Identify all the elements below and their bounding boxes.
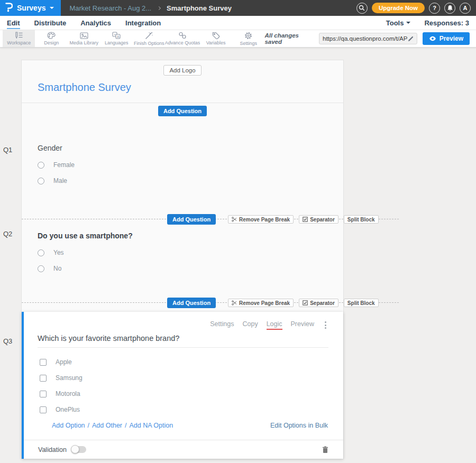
section-tabs: Edit Distribute Analytics Integration — [7, 16, 161, 30]
toolbar-item-media-library[interactable]: Media Library — [68, 30, 100, 47]
delete-question-button[interactable] — [322, 446, 328, 453]
question-tab-settings[interactable]: Settings — [210, 320, 234, 330]
survey-url-input[interactable] — [323, 35, 408, 42]
page-break-row: Add Question Remove Page Break Separator… — [22, 214, 399, 225]
tools-menu[interactable]: Tools — [386, 19, 411, 27]
upgrade-now-button[interactable]: Upgrade Now — [372, 3, 425, 13]
option-row[interactable]: No — [38, 261, 343, 276]
checkbox-icon[interactable] — [40, 391, 47, 397]
question-footer: Validation — [24, 440, 343, 459]
chain-links-icon — [178, 32, 187, 39]
avatar[interactable]: A — [460, 3, 471, 14]
question-block-q2[interactable]: Do you use a smartphone? Yes No — [22, 225, 343, 298]
questionpro-logo-icon — [5, 2, 13, 14]
question-block-q1[interactable]: Gender Female Male — [22, 118, 343, 214]
toolbar-item-finish-options[interactable]: Finish Options — [133, 30, 165, 47]
question-text-q1[interactable]: Gender — [38, 118, 343, 152]
gear-icon — [244, 32, 252, 40]
scissors-icon — [232, 300, 237, 305]
separator-button[interactable]: Separator — [299, 299, 338, 307]
toolbar-item-workspace[interactable]: Workspace — [3, 30, 35, 47]
translate-icon: xA — [112, 32, 121, 39]
tab-edit[interactable]: Edit — [7, 16, 20, 29]
add-question-button[interactable]: Add Question — [167, 298, 216, 308]
add-option-link[interactable]: Add Option — [52, 422, 85, 429]
search-button[interactable] — [356, 3, 368, 14]
toolbar-item-advance-quotas[interactable]: Advance Quotas — [165, 30, 199, 47]
breadcrumb-current: Smartphone Survey — [167, 4, 232, 12]
add-logo-button[interactable]: Add Logo — [163, 65, 201, 76]
question-tab-copy[interactable]: Copy — [242, 320, 258, 330]
page-break-row: Add Question Remove Page Break Separator… — [22, 298, 399, 308]
notifications-button[interactable] — [444, 3, 455, 14]
radio-icon[interactable] — [38, 162, 44, 169]
toolbar-item-settings[interactable]: Settings — [232, 30, 264, 47]
checkbox-icon[interactable] — [40, 406, 47, 413]
option-label: Male — [53, 177, 67, 184]
question-action-tabs: Settings Copy Logic Preview — [24, 312, 343, 330]
question-text-q3[interactable]: Which is your favorite smartphone brand? — [38, 334, 328, 348]
radio-icon[interactable] — [38, 249, 44, 256]
option-label[interactable]: Motorola — [56, 390, 80, 397]
question-tab-preview[interactable]: Preview — [291, 320, 314, 330]
kebab-menu-icon[interactable] — [323, 320, 328, 330]
question-block-q3-selected[interactable]: Settings Copy Logic Preview Which is you… — [22, 312, 343, 459]
question-code-q2: Q2 — [3, 230, 12, 238]
separator-button[interactable]: Separator — [299, 215, 338, 224]
option-row[interactable]: Yes — [38, 245, 343, 261]
question-text-q2[interactable]: Do you use a smartphone? — [38, 225, 343, 240]
help-button[interactable]: ? — [429, 3, 440, 14]
eye-icon — [429, 36, 436, 41]
tab-integration[interactable]: Integration — [125, 16, 161, 29]
question-tab-logic[interactable]: Logic — [267, 320, 282, 330]
tools-menu-label: Tools — [386, 19, 404, 27]
option-row[interactable]: Samsung — [40, 370, 343, 386]
link-separator: / — [88, 422, 89, 429]
add-na-option-link[interactable]: Add NA Option — [130, 422, 173, 429]
toolbar-item-variables[interactable]: Variables — [199, 30, 232, 47]
remove-page-break-button[interactable]: Remove Page Break — [228, 215, 294, 224]
image-icon — [80, 32, 88, 39]
scissors-icon — [232, 217, 237, 222]
surveys-menu-label: Surveys — [17, 4, 45, 12]
toolbar-item-design[interactable]: Design — [35, 30, 67, 47]
survey-title[interactable]: Smartphone Survey — [38, 81, 343, 94]
validation-label: Validation — [38, 446, 67, 453]
surveys-menu[interactable]: Surveys — [0, 0, 61, 16]
remove-page-break-button[interactable]: Remove Page Break — [228, 299, 294, 307]
split-block-button[interactable]: Split Block — [344, 299, 379, 307]
option-label: Female — [53, 161, 75, 169]
survey-card: Add Logo Smartphone Survey Add Question … — [21, 60, 344, 459]
tab-distribute[interactable]: Distribute — [34, 16, 67, 29]
edit-url-pencil-icon[interactable] — [408, 36, 414, 42]
validation-toggle[interactable] — [71, 446, 86, 453]
top-navbar: Surveys Market Research - Aug 2... Smart… — [0, 0, 476, 16]
responses-count[interactable]: Responses: 3 — [424, 19, 469, 27]
topnav-actions: Upgrade Now ? A — [356, 3, 476, 14]
section-nav-right: Tools Responses: 3 — [386, 19, 469, 27]
radio-icon[interactable] — [38, 178, 44, 184]
option-row[interactable]: Male — [38, 173, 343, 189]
svg-text:A: A — [117, 35, 120, 39]
toolbar-item-languages[interactable]: xA Languages — [100, 30, 132, 47]
edit-options-in-bulk-link[interactable]: Edit Options in Bulk — [270, 422, 328, 429]
tab-analytics[interactable]: Analytics — [80, 16, 111, 29]
add-other-link[interactable]: Add Other — [92, 422, 122, 429]
checkbox-icon[interactable] — [40, 375, 47, 382]
option-label[interactable]: Samsung — [56, 374, 83, 382]
checkbox-icon[interactable] — [40, 359, 47, 366]
option-label[interactable]: Apple — [56, 358, 72, 366]
breadcrumb-folder[interactable]: Market Research - Aug 2... — [69, 4, 151, 12]
option-row[interactable]: Apple — [40, 354, 343, 370]
search-icon — [359, 5, 365, 11]
option-label[interactable]: OnePlus — [56, 406, 80, 413]
split-block-button[interactable]: Split Block — [344, 215, 379, 224]
add-question-button[interactable]: Add Question — [158, 106, 207, 116]
radio-icon[interactable] — [38, 265, 44, 272]
chevron-right-icon — [157, 6, 161, 10]
option-row[interactable]: Motorola — [40, 386, 343, 402]
add-question-button[interactable]: Add Question — [167, 214, 216, 225]
preview-button[interactable]: Preview — [423, 32, 470, 45]
option-row[interactable]: OnePlus — [40, 402, 343, 418]
option-row[interactable]: Female — [38, 157, 343, 173]
